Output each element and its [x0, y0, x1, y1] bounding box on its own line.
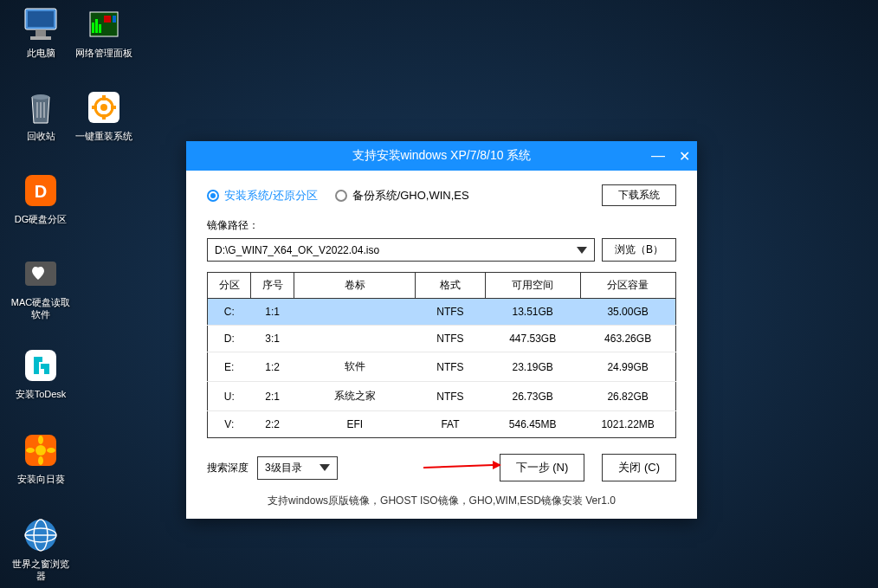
radio-unchecked-icon	[335, 190, 347, 202]
svg-rect-17	[102, 95, 106, 100]
desktop-icon-mac-disk[interactable]: MAC硬盘读取软件	[10, 255, 71, 320]
todesk-icon	[22, 346, 60, 384]
desktop-icon-browser[interactable]: 世界之窗浏览器	[10, 516, 71, 582]
globe-icon	[22, 516, 60, 554]
svg-rect-9	[113, 16, 116, 23]
svg-point-16	[100, 104, 107, 111]
table-row[interactable]: D:3:1NTFS447.53GB463.26GB	[208, 326, 676, 352]
th-format: 格式	[416, 273, 485, 299]
trash-icon	[22, 88, 60, 126]
svg-rect-19	[92, 106, 97, 109]
desktop-icon-this-pc[interactable]: 此电脑	[10, 5, 71, 59]
svg-rect-1	[28, 11, 54, 27]
titlebar[interactable]: 支持安装windows XP/7/8/10 系统 — ✕	[186, 141, 697, 171]
svg-point-10	[32, 94, 49, 100]
svg-line-35	[423, 465, 493, 468]
svg-point-30	[47, 448, 55, 453]
mac-disk-icon	[22, 255, 60, 293]
chevron-down-icon	[577, 247, 587, 254]
th-volume: 卷标	[294, 273, 416, 299]
image-path-dropdown[interactable]: D:\G_WIN7_X64_OK_V2022.04.iso	[207, 238, 595, 262]
radio-install-restore[interactable]: 安装系统/还原分区	[207, 188, 318, 204]
next-button[interactable]: 下一步 (N)	[500, 454, 585, 481]
svg-rect-12	[40, 102, 42, 118]
svg-rect-7	[99, 24, 101, 33]
search-depth-select[interactable]: 3级目录	[257, 456, 338, 480]
svg-rect-2	[36, 29, 46, 36]
image-path-label: 镜像路径：	[207, 218, 676, 233]
window-title: 支持安装windows XP/7/8/10 系统	[352, 148, 532, 164]
table-row[interactable]: E:1:2软件NTFS23.19GB24.99GB	[208, 352, 676, 382]
svg-rect-8	[104, 16, 111, 23]
th-free: 可用空间	[485, 273, 580, 299]
installer-window: 支持安装windows XP/7/8/10 系统 — ✕ 安装系统/还原分区 备…	[186, 141, 697, 519]
gear-icon	[85, 88, 123, 126]
svg-rect-3	[30, 36, 51, 40]
radio-backup[interactable]: 备份系统/GHO,WIN,ES	[335, 188, 469, 204]
sunflower-icon	[22, 431, 60, 469]
th-sequence: 序号	[251, 273, 294, 299]
radio-checked-icon	[207, 190, 219, 202]
svg-rect-5	[92, 23, 94, 33]
computer-icon	[22, 5, 60, 43]
desktop-icon-network-panel[interactable]: 网络管理面板	[74, 5, 134, 59]
svg-rect-13	[43, 102, 45, 118]
table-row[interactable]: V:2:2EFIFAT546.45MB1021.22MB	[208, 411, 676, 438]
svg-point-29	[26, 448, 35, 453]
download-system-button[interactable]: 下载系统	[602, 184, 676, 206]
network-panel-icon	[85, 5, 123, 43]
svg-rect-18	[102, 114, 106, 120]
desktop-icon-recycle-bin[interactable]: 回收站	[10, 88, 71, 142]
desktop-icon-todesk[interactable]: 安装ToDesk	[10, 346, 71, 400]
dg-icon: D	[22, 171, 60, 210]
search-depth-label: 搜索深度	[207, 461, 249, 475]
svg-text:D: D	[35, 182, 47, 201]
svg-rect-11	[36, 102, 38, 118]
footer-text: 支持windows原版镜像，GHOST ISO镜像，GHO,WIM,ESD镜像安…	[207, 494, 676, 508]
th-partition: 分区	[208, 273, 251, 299]
minimize-button[interactable]: —	[651, 148, 665, 165]
svg-marker-36	[493, 461, 501, 469]
browse-button[interactable]: 浏览（B）	[602, 238, 676, 262]
close-button[interactable]: ✕	[679, 148, 690, 165]
desktop-icon-reinstall[interactable]: 一键重装系统	[74, 88, 134, 142]
svg-point-27	[38, 436, 43, 444]
svg-point-26	[36, 445, 46, 456]
svg-rect-20	[111, 106, 116, 109]
partition-table: 分区 序号 卷标 格式 可用空间 分区容量 C:1:1NTFS13.51GB35…	[207, 272, 676, 438]
th-capacity: 分区容量	[580, 273, 675, 299]
chevron-down-icon	[320, 464, 330, 471]
arrow-annotation	[423, 459, 501, 476]
svg-point-28	[38, 456, 43, 465]
table-row[interactable]: C:1:1NTFS13.51GB35.00GB	[208, 299, 676, 326]
svg-rect-6	[95, 19, 98, 33]
desktop-icon-dg-partition[interactable]: D DG硬盘分区	[10, 171, 71, 225]
desktop-icon-sunflower[interactable]: 安装向日葵	[10, 431, 71, 485]
table-row[interactable]: U:2:1系统之家NTFS26.73GB26.82GB	[208, 382, 676, 411]
close-action-button[interactable]: 关闭 (C)	[602, 454, 676, 481]
